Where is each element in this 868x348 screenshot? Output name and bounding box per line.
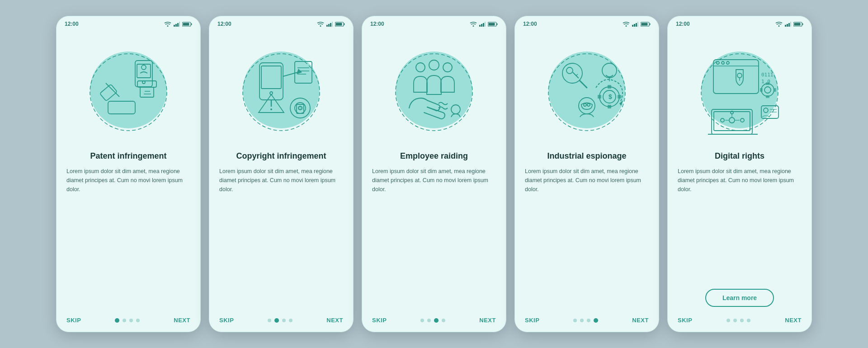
svg-point-40 [290,98,310,118]
svg-rect-90 [790,22,791,27]
dot-5-3 [747,319,750,322]
illustration-digital: 0111 1 0 [668,29,811,151]
time-5: 12:00 [676,21,690,27]
dot-4-3 [594,318,598,323]
content-industrial: Industrial espionage Lorem ipsum dolor s… [515,151,659,310]
svg-point-57 [443,63,452,72]
screen-copyright: 12:00 [209,16,354,332]
status-bar-2: 12:00 [209,16,353,29]
skip-btn-2[interactable]: SKIP [219,317,234,324]
svg-rect-3 [177,23,179,27]
dot-1-2 [129,319,133,322]
svg-rect-75 [587,103,590,106]
skip-btn-3[interactable]: SKIP [372,317,387,324]
svg-rect-78 [608,85,611,89]
svg-rect-65 [650,23,651,25]
svg-rect-80 [598,95,601,99]
dot-2-0 [268,319,271,322]
svg-line-72 [576,74,578,76]
svg-point-94 [701,54,778,131]
next-btn-5[interactable]: NEXT [785,317,802,324]
dot-2-2 [282,319,286,322]
svg-point-98 [722,61,724,64]
body-employee: Lorem ipsum dolor sit dim amet, mea regi… [372,167,496,310]
dot-3-0 [420,319,424,322]
screen-patent: 12:00 [56,16,201,332]
status-icons-5 [775,22,803,27]
time-3: 12:00 [370,21,384,27]
status-icons-2 [317,22,345,27]
svg-point-59 [626,25,627,27]
skip-btn-1[interactable]: SKIP [66,317,81,324]
svg-rect-24 [332,22,333,27]
svg-rect-7 [183,23,189,25]
svg-rect-2 [175,24,177,27]
svg-rect-22 [328,24,330,27]
illustration-copyright [209,29,353,151]
svg-point-111 [731,111,733,114]
signal-icon-2 [326,22,333,27]
svg-line-69 [580,80,587,88]
dot-4-1 [580,319,584,322]
learn-more-button[interactable]: Learn more [705,289,774,307]
digital-svg: 0111 1 0 [694,42,785,137]
skip-btn-4[interactable]: SKIP [525,317,539,324]
dot-5-0 [726,319,730,322]
svg-rect-49 [483,23,484,27]
patent-svg [83,42,174,137]
svg-rect-62 [636,23,637,27]
dot-3-2 [434,318,439,323]
svg-rect-81 [618,95,621,99]
bottom-nav-4: SKIP NEXT [515,310,659,332]
battery-icon-2 [335,22,345,27]
svg-rect-79 [608,105,611,108]
status-icons-4 [623,22,651,27]
svg-point-28 [243,54,320,131]
illustration-patent [57,29,200,151]
signal-icon-4 [632,22,638,27]
battery-icon-5 [793,22,803,27]
wifi-icon-5 [775,22,783,27]
content-employee: Employee raiding Lorem ipsum dolor sit d… [362,151,506,310]
time-2: 12:00 [217,21,231,27]
status-bar-5: 12:00 [668,16,811,29]
svg-point-86 [778,25,780,27]
next-btn-2[interactable]: NEXT [326,317,343,324]
svg-rect-122 [760,88,763,92]
dot-2-3 [289,319,292,322]
wifi-icon-3 [470,22,477,27]
svg-point-115 [764,108,768,113]
body-digital: Lorem ipsum dolor sit dim amet, mea regi… [678,167,802,282]
skip-btn-5[interactable]: SKIP [678,317,692,324]
svg-rect-17 [137,64,151,78]
svg-point-19 [142,65,146,70]
svg-text:0111: 0111 [761,72,774,78]
svg-point-0 [167,25,169,27]
svg-rect-21 [326,25,328,27]
next-btn-4[interactable]: NEXT [632,317,649,324]
dot-1-0 [115,318,119,323]
svg-rect-6 [191,23,192,25]
svg-point-58 [451,105,460,114]
bottom-nav-1: SKIP NEXT [57,310,200,332]
svg-point-70 [566,67,573,74]
svg-rect-74 [584,103,586,106]
screen-employee: 12:00 [362,16,506,332]
illustration-industrial: $ [515,29,659,151]
battery-icon-4 [641,22,651,27]
industrial-svg: $ [542,42,632,137]
bottom-nav-2: SKIP NEXT [209,310,353,332]
svg-point-18 [142,81,145,84]
svg-rect-9 [108,101,135,114]
body-patent: Lorem ipsum dolor sit dim amet, mea regi… [66,167,190,310]
svg-rect-10 [100,84,118,101]
svg-rect-60 [632,25,633,27]
svg-rect-93 [794,23,801,25]
next-btn-1[interactable]: NEXT [174,317,190,324]
svg-rect-30 [261,66,281,89]
svg-point-97 [717,61,719,64]
svg-rect-120 [766,82,769,85]
next-btn-3[interactable]: NEXT [479,317,496,324]
screen-industrial: 12:00 [514,16,659,332]
svg-point-20 [320,25,321,27]
